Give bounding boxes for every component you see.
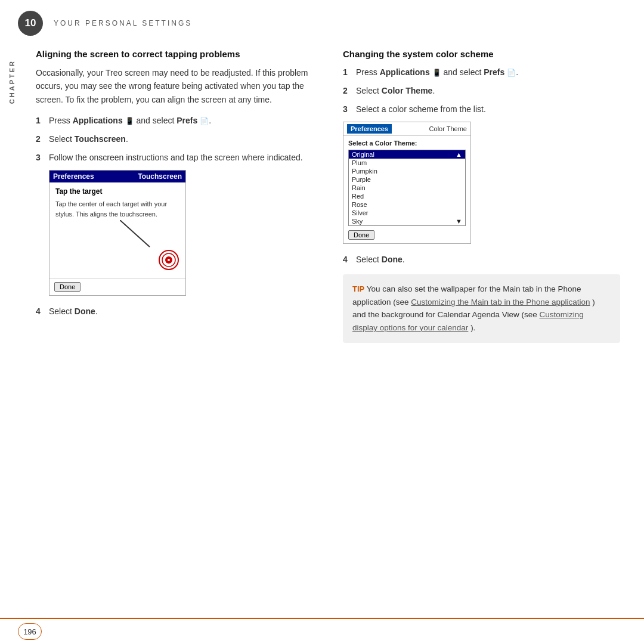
step-num-2: 2 xyxy=(36,133,44,145)
right-step-text-2: Select Color Theme. xyxy=(356,85,620,97)
step-text-3: Follow the onscreen instructions and tap… xyxy=(49,151,313,164)
tip-link-1[interactable]: Customizing the Main tab in the Phone ap… xyxy=(411,298,590,306)
right-step-text-1: Press Applications 📱 and select Prefs 📄. xyxy=(356,66,620,79)
step-num-1: 1 xyxy=(36,114,44,127)
right-step-2: 2 Select Color Theme. xyxy=(343,85,620,97)
mockup-done-btn[interactable]: Done xyxy=(54,282,80,292)
step-text-1: Press Applications 📱 and select Prefs 📄. xyxy=(49,114,313,127)
right-step-num-3: 3 xyxy=(343,103,351,116)
right-step2-bold: Color Theme xyxy=(382,86,433,95)
step1-prefs-icon: 📄 xyxy=(200,117,209,125)
right-step-text-4: Select Done. xyxy=(356,253,620,266)
right-step-num-1: 1 xyxy=(343,66,351,79)
mockup-titlebar: Preferences Touchscreen xyxy=(49,171,185,182)
step-text-4: Select Done. xyxy=(49,305,313,318)
left-step-3: 3 Follow the onscreen instructions and t… xyxy=(36,151,313,164)
step1-bold-prefs: Prefs xyxy=(177,116,197,125)
right-step-3: 3 Select a color scheme from the list. xyxy=(343,103,620,116)
ct-body: Select a Color Theme: Original ▲ Plum Pu… xyxy=(343,136,470,226)
mockup-screen-title: Touchscreen xyxy=(138,172,182,181)
top-header: 10 YOUR PERSONAL SETTINGS xyxy=(0,0,644,42)
right-section-title: Changing the system color scheme xyxy=(343,48,620,60)
ct-item-label-plum: Plum xyxy=(352,159,367,166)
ct-item-label-rain: Rain xyxy=(352,184,366,191)
ct-list-item-red[interactable]: Red xyxy=(349,192,465,200)
mockup-footer: Done xyxy=(49,278,185,295)
ct-item-label-rose: Rose xyxy=(352,201,367,208)
right-step4-bold-done: Done xyxy=(382,255,402,264)
tip-label: TIP xyxy=(352,284,364,293)
mockup-body-text: Tap the center of each target with your … xyxy=(55,199,179,219)
right-step-1: 1 Press Applications 📱 and select Prefs … xyxy=(343,66,620,79)
ct-screen-title: Color Theme xyxy=(429,125,467,132)
ct-item-label-original: Original xyxy=(352,151,374,158)
right-step-4: 4 Select Done. xyxy=(343,253,620,266)
right-step-num-2: 2 xyxy=(343,85,351,97)
left-column: Aligning the screen to correct tapping p… xyxy=(36,48,331,608)
ct-item-label-purple: Purple xyxy=(352,176,371,183)
touchscreen-mockup: Preferences Touchscreen Tap the target T… xyxy=(49,170,186,296)
right-step-num-4: 4 xyxy=(343,253,351,266)
right-column: Changing the system color scheme 1 Press… xyxy=(331,48,620,608)
ct-item-arrow-sky: ▼ xyxy=(456,218,462,225)
content-area: Aligning the screen to correct tapping p… xyxy=(0,42,644,614)
tip-box: TIP You can also set the wallpaper for t… xyxy=(343,274,620,343)
ct-titlebar: Preferences Color Theme xyxy=(343,122,470,136)
ct-item-arrow-original: ▲ xyxy=(456,151,462,158)
step1-apps-icon: 📱 xyxy=(125,117,134,125)
page-number-badge: 196 xyxy=(18,623,42,640)
mockup-body: Tap the target Tap the center of each ta… xyxy=(49,182,185,278)
left-step-1: 1 Press Applications 📱 and select Prefs … xyxy=(36,114,313,127)
ct-item-label-silver: Silver xyxy=(352,209,369,216)
step4-bold-done: Done xyxy=(75,306,95,316)
ct-list: Original ▲ Plum Pumpkin Purple Rain xyxy=(348,150,466,226)
ct-done-btn[interactable]: Done xyxy=(348,230,374,240)
right-step1-bold-prefs: Prefs xyxy=(484,67,504,77)
right-step1-prefs-icon: 📄 xyxy=(507,69,516,77)
ct-item-label-red: Red xyxy=(352,193,364,200)
mockup-app-name: Preferences xyxy=(53,172,94,181)
ct-list-item-original[interactable]: Original ▲ xyxy=(349,150,465,159)
stylus-svg xyxy=(120,220,162,253)
right-step-text-3: Select a color scheme from the list. xyxy=(356,103,620,116)
left-section-title: Aligning the screen to correct tapping p… xyxy=(36,48,313,60)
ct-footer: Done xyxy=(343,226,470,243)
step-num-4: 4 xyxy=(36,305,44,318)
left-body-text: Occasionally, your Treo screen may need … xyxy=(36,66,313,106)
ct-list-item-sky[interactable]: Sky ▼ xyxy=(349,217,465,225)
tip-text-3: ). xyxy=(470,323,475,332)
bullseye-icon xyxy=(158,249,179,271)
side-chapter-label: CHAPTER xyxy=(8,60,16,104)
chapter-badge: 10 xyxy=(18,11,43,36)
color-theme-mockup: Preferences Color Theme Select a Color T… xyxy=(343,122,471,244)
mockup-heading: Tap the target xyxy=(55,187,179,196)
ct-list-item-silver[interactable]: Silver xyxy=(349,209,465,217)
step-num-3: 3 xyxy=(36,151,44,164)
ct-list-item-pumpkin[interactable]: Pumpkin xyxy=(349,167,465,175)
right-step1-bold-applications: Applications xyxy=(380,67,430,77)
ct-list-item-rain[interactable]: Rain xyxy=(349,184,465,192)
svg-point-4 xyxy=(168,259,170,261)
step2-bold-touchscreen: Touchscreen xyxy=(75,134,126,144)
ct-list-item-plum[interactable]: Plum xyxy=(349,159,465,167)
left-step-4: 4 Select Done. xyxy=(36,305,313,318)
chapter-title: YOUR PERSONAL SETTINGS xyxy=(54,19,192,27)
bottom-footer: 196 xyxy=(0,618,644,644)
ct-item-label-sky: Sky xyxy=(352,218,363,225)
left-step-2: 2 Select Touchscreen. xyxy=(36,133,313,145)
ct-list-item-rose[interactable]: Rose xyxy=(349,200,465,209)
ct-app-btn[interactable]: Preferences xyxy=(347,124,392,134)
ct-list-item-purple[interactable]: Purple xyxy=(349,175,465,184)
step-text-2: Select Touchscreen. xyxy=(49,133,313,145)
right-step1-apps-icon: 📱 xyxy=(432,69,441,77)
ct-item-label-pumpkin: Pumpkin xyxy=(352,168,377,175)
svg-line-0 xyxy=(120,220,150,247)
step1-bold-applications: Applications xyxy=(73,116,123,125)
ct-select-label: Select a Color Theme: xyxy=(348,140,466,147)
